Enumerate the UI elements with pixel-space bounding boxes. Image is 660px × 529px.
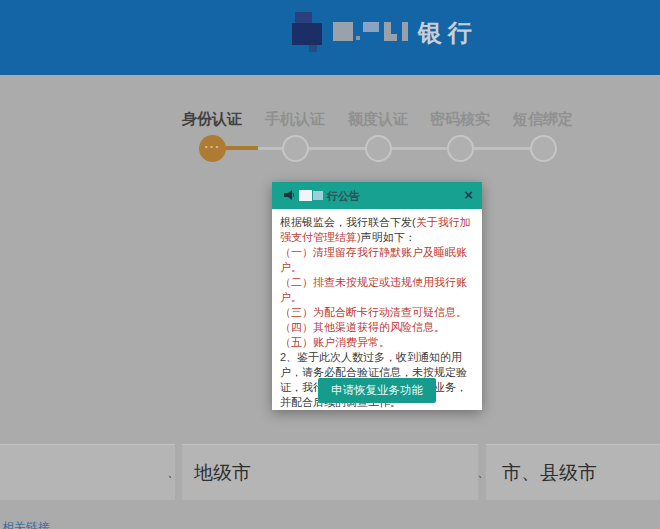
notice-item: （一）清理留存我行静默账户及睡眠账户。	[280, 245, 474, 275]
clipped-footer-link[interactable]: 相关链接	[2, 519, 50, 529]
step-circle-phone	[282, 135, 309, 162]
announcement-dialog: 行公告 × 根据银监会，我行联合下发(关于我行加强支付管理结算)声明如下： （一…	[272, 182, 482, 410]
step-circle-password	[447, 135, 474, 162]
announcement-intro: 根据银监会，我行联合下发(关于我行加强支付管理结算)声明如下：	[280, 215, 474, 245]
step-label-password: 密码核实	[418, 110, 502, 129]
intro-black: 根据银监会，我行联合下发(	[280, 216, 416, 228]
step-wizard: 身份认证 手机认证 额度认证 密码核实 短信绑定 ···	[0, 0, 660, 180]
region-select-county[interactable]: 市、县级市	[486, 444, 660, 500]
censored-title-block	[313, 191, 323, 200]
notice-item: （三）为配合断卡行动清查可疑信息。	[280, 305, 474, 320]
step-connector-line	[392, 147, 447, 150]
step-label-phone: 手机认证	[253, 110, 337, 129]
step-progress-line	[226, 146, 258, 150]
notice-item: （二）排查未按规定或违规使用我行账户。	[280, 275, 474, 305]
step-connector-line	[474, 147, 530, 150]
notice-item: （四）其他渠道获得的风险信息。	[280, 320, 474, 335]
notice-item: （五）账户消费异常。	[280, 335, 474, 350]
megaphone-icon	[283, 189, 295, 201]
step-circle-quota	[365, 135, 392, 162]
intro-tail: 声明如下：	[361, 231, 416, 243]
select-separator: 、	[167, 463, 180, 481]
dialog-footer: 申请恢复业务功能	[272, 378, 482, 403]
dialog-header: 行公告 ×	[272, 182, 482, 209]
region-select-province[interactable]	[0, 444, 175, 500]
censored-title-block	[299, 190, 312, 201]
step-connector-line	[309, 147, 365, 150]
step-label-quota: 额度认证	[336, 110, 420, 129]
step-circle-sms	[530, 135, 557, 162]
step-circle-active: ···	[199, 135, 226, 162]
region-select-county-label: 市、县级市	[502, 460, 597, 486]
step-label-identity: 身份认证	[170, 110, 254, 129]
step-connector-line	[258, 147, 282, 150]
restore-service-button[interactable]: 申请恢复业务功能	[318, 378, 436, 403]
region-select-city[interactable]: 地级市	[182, 444, 478, 500]
page: { "header": { "bank_text": "银行" }, "step…	[0, 0, 660, 529]
step-label-sms: 短信绑定	[501, 110, 585, 129]
dialog-title: 行公告	[327, 189, 360, 204]
region-select-city-label: 地级市	[194, 460, 251, 486]
close-icon[interactable]: ×	[464, 186, 473, 204]
